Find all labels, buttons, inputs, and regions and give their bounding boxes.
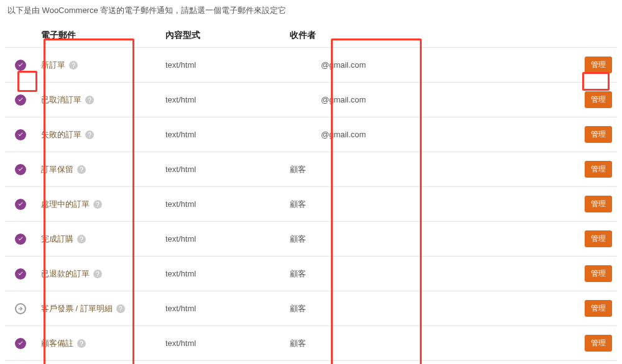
email-name-link[interactable]: 已退款的訂單 [41,269,90,278]
status-cell [5,361,36,365]
action-cell: 管理 [580,222,617,257]
check-icon[interactable] [15,338,26,349]
check-icon[interactable] [15,129,26,140]
recipient-cell: 顧客 [285,361,580,365]
manage-button[interactable]: 管理 [585,196,612,212]
table-row: 處理中的訂單?text/html顧客管理 [5,187,617,222]
recipient-suffix: @gmail.com [321,60,366,70]
name-cell: 已退款的訂單? [36,257,160,291]
action-cell: 管理 [580,48,617,83]
recipient-cell: @gmail.com [285,83,580,117]
content-type-cell: text/html [160,257,285,291]
content-type-cell: text/html [160,152,285,187]
arrow-right-icon[interactable] [15,303,26,314]
status-cell [5,117,36,152]
manage-button[interactable]: 管理 [585,161,612,178]
col-header-type: 內容型式 [160,24,285,48]
check-icon[interactable] [15,164,26,175]
manage-button[interactable]: 管理 [585,126,612,143]
status-cell [5,48,36,83]
email-notifications-table: 電子郵件 內容型式 收件者 新訂單?text/html@gmail.com管理已… [5,24,617,364]
manage-button[interactable]: 管理 [585,300,612,317]
col-header-action [580,24,617,48]
manage-button[interactable]: 管理 [585,265,612,282]
help-icon[interactable]: ? [77,165,86,174]
help-icon[interactable]: ? [77,235,86,243]
recipient-cell: 顧客 [285,257,580,291]
check-icon[interactable] [15,234,26,245]
email-name-link[interactable]: 失敗的訂單 [41,130,81,139]
page-description: 以下是由 WooCommerce 寄送的電子郵件通知，請點選一個電子郵件來設定它 [5,5,617,16]
col-header-status [5,24,36,48]
email-name-link[interactable]: 訂單保留 [41,165,73,174]
status-cell [5,257,36,291]
recipient-cell: @gmail.com [285,48,580,83]
name-cell: 客戶發票 / 訂單明細? [36,291,160,326]
col-header-name: 電子郵件 [36,24,160,48]
name-cell: 失敗的訂單? [36,117,160,152]
name-cell: 完成訂購? [36,222,160,257]
content-type-cell: text/html [160,326,285,361]
recipient-cell: 顧客 [285,222,580,257]
check-icon[interactable] [15,199,26,210]
manage-button[interactable]: 管理 [585,230,612,247]
redacted-text [290,96,321,104]
email-name-link[interactable]: 顧客備註 [41,339,73,348]
manage-button[interactable]: 管理 [585,57,612,73]
action-cell: 管理 [580,83,617,117]
manage-button[interactable]: 管理 [585,335,612,352]
email-name-link[interactable]: 客戶發票 / 訂單明細 [41,304,113,313]
recipient-cell: @gmail.com [285,117,580,152]
email-table-wrapper: 電子郵件 內容型式 收件者 新訂單?text/html@gmail.com管理已… [5,24,617,364]
recipient-suffix: @gmail.com [321,130,366,139]
email-name-link[interactable]: 完成訂購 [41,234,73,243]
check-icon[interactable] [15,94,26,106]
content-type-cell: text/html [160,117,285,152]
recipient-suffix: @gmail.com [321,95,366,104]
action-cell: 管理 [580,361,617,365]
status-cell [5,326,36,361]
status-cell [5,291,36,326]
help-icon[interactable]: ? [69,61,78,70]
action-cell: 管理 [580,326,617,361]
help-icon[interactable]: ? [77,339,86,348]
action-cell: 管理 [580,117,617,152]
help-icon[interactable]: ? [116,304,125,313]
status-cell [5,222,36,257]
recipient-cell: 顧客 [285,291,580,326]
content-type-cell: text/html [160,187,285,222]
table-row: 重設密碼?text/html顧客管理 [5,361,617,365]
status-cell [5,83,36,117]
action-cell: 管理 [580,291,617,326]
action-cell: 管理 [580,187,617,222]
email-name-link[interactable]: 新訂單 [41,60,65,70]
table-row: 新訂單?text/html@gmail.com管理 [5,48,617,83]
table-row: 訂單保留?text/html顧客管理 [5,152,617,187]
name-cell: 新訂單? [36,48,160,83]
name-cell: 已取消訂單? [36,83,160,117]
table-row: 顧客備註?text/html顧客管理 [5,326,617,361]
name-cell: 處理中的訂單? [36,187,160,222]
email-name-link[interactable]: 處理中的訂單 [41,199,90,209]
email-name-link[interactable]: 已取消訂單 [41,95,81,104]
col-header-recipient: 收件者 [285,24,580,48]
table-row: 已退款的訂單?text/html顧客管理 [5,257,617,291]
name-cell: 重設密碼? [36,361,160,365]
help-icon[interactable]: ? [85,96,94,104]
check-icon[interactable] [15,60,26,71]
help-icon[interactable]: ? [93,200,102,209]
name-cell: 顧客備註? [36,326,160,361]
table-row: 完成訂購?text/html顧客管理 [5,222,617,257]
recipient-cell: 顧客 [285,187,580,222]
help-icon[interactable]: ? [93,270,102,278]
name-cell: 訂單保留? [36,152,160,187]
table-row: 客戶發票 / 訂單明細?text/html顧客管理 [5,291,617,326]
help-icon[interactable]: ? [85,130,94,139]
recipient-cell: 顧客 [285,152,580,187]
recipient-cell: 顧客 [285,326,580,361]
table-header-row: 電子郵件 內容型式 收件者 [5,24,617,48]
check-icon[interactable] [15,268,26,280]
content-type-cell: text/html [160,291,285,326]
manage-button[interactable]: 管理 [585,91,612,108]
content-type-cell: text/html [160,222,285,257]
